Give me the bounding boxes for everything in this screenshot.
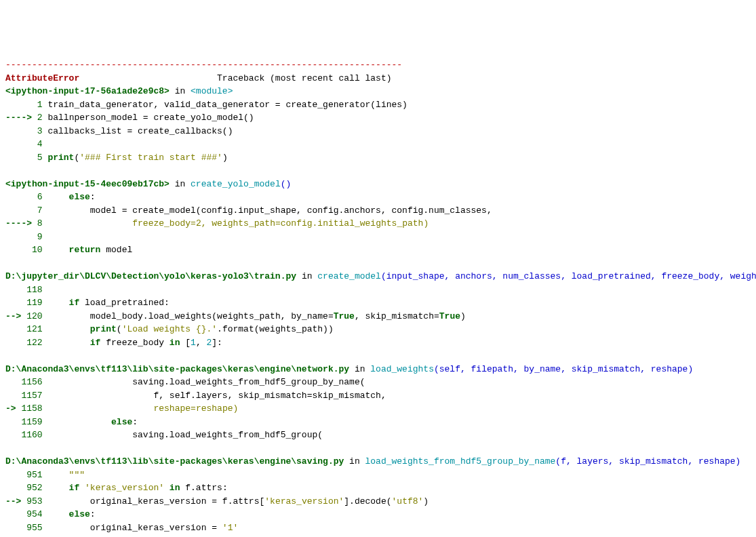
traceback-output: ----------------------------------------… [5,58,751,537]
frame1-func: <module> [191,86,233,96]
frame1-location: <ipython-input-17-56a1ade2e9c8> [5,86,170,96]
frame5-path: D:\Anaconda3\envs\tf113\lib\site-package… [5,456,344,466]
arrow-indicator: --> [5,311,26,321]
frame4-func: load_weights [370,364,434,374]
frame5-func: load_weights_from_hdf5_group_by_name [365,456,556,466]
traceback-label: Traceback (most recent call last) [79,73,391,83]
frame3-path: D:\jupyter_dir\DLCV\Detection\yolo\keras… [5,271,296,281]
arrow-indicator: ----> [5,113,37,123]
arrow-indicator: --> [5,496,26,506]
arrow-indicator: ----> [5,218,37,228]
frame3-func: create_model [317,271,381,281]
frame2-location: <ipython-input-15-4eec09eb17cb> [5,179,170,189]
frame4-path: D:\Anaconda3\envs\tf113\lib\site-package… [5,364,349,374]
error-type: AttributeError [5,73,79,83]
separator: ----------------------------------------… [5,60,402,70]
arrow-indicator: -> [5,403,21,414]
frame2-func: create_yolo_model [191,179,281,189]
